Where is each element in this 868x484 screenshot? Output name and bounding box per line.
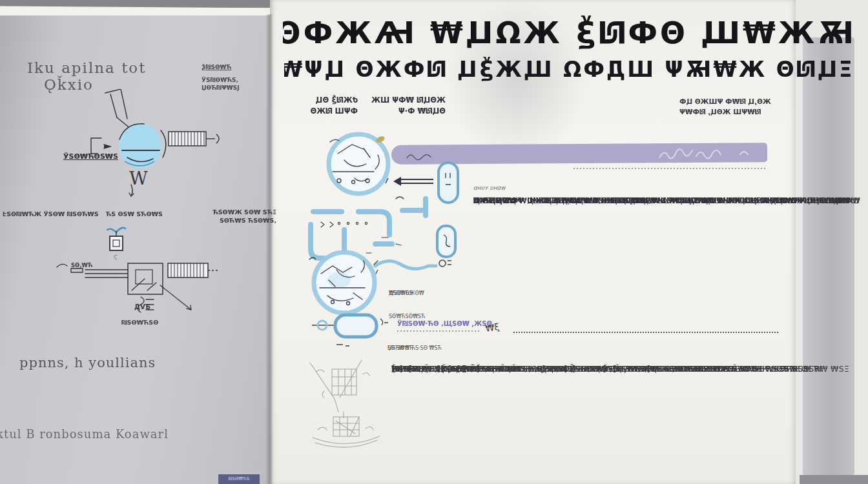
banner-footnote-rows: [574, 168, 767, 191]
labels-row-mid: ЋЅ ΘЅ₩ ЅЋΘ₩Ѕ: [106, 210, 164, 219]
paragraph-intro-scribble: ɑʜʋʏ ʋʜɑw: [473, 185, 564, 192]
header-block-line: ФΨШ ₪ЖΘ: [294, 106, 358, 117]
left-caption-mid: ppnns, h youllians: [19, 355, 174, 373]
dense-dotted-leader: [513, 327, 778, 333]
labels-row-right: ЋЅΘ₩Ж ЅΘ₩ ЅЋΞ ЅΘЋ₩Ѕ ЋЅΘ₩Ѕ‚: [203, 208, 276, 226]
note-line: ЎЅ₪Θ₩ЋЅ‚: [202, 76, 274, 84]
note-line: Ѯ₪ЅΘ₩Ћ: [202, 63, 274, 71]
pencil-sketches: [298, 352, 395, 454]
header-block-line: ЖΘ,Ц ₪₩Ф ΨШЖΘ ЦФ: [679, 96, 788, 106]
sep-label: ЅΘ₩ЋЅΘ₩ЅЋ: [389, 314, 425, 319]
left-page-badge: ₪ЅΘ₩ЋЅ: [218, 474, 260, 484]
micro-row: [574, 168, 740, 169]
header-block-line: ΘЦ₪₩ Ф·Ψ: [363, 106, 446, 117]
lower-diagram-small-label: ЅΘ‚₩Ћ: [71, 262, 103, 270]
header-block-line: ЖΘЦ₪ ₩ФΨ ШЖ: [363, 95, 446, 106]
micro-row: [397, 330, 459, 332]
paragraph-line: ₪ЖΘЦ₩ФΨ , Ш·ЖΘ Ц₪Ф₩ ΨШЖΘЦ₪Ф₩Ψ ШЖΘЦ₪Ф: [473, 196, 708, 210]
separator-row-2: ЅΘ₩ЋЅΘ₩ЅЋ: [389, 312, 779, 319]
headline-line-2: ΞЦ₪Θ Ж₩ѬΨ ШДФΩ ЩЖѮЦ ₪ФЖΘ ЦΨ₩: [284, 57, 852, 85]
purple-note-subrows: [397, 330, 481, 339]
background-bottom-bar: [800, 475, 868, 484]
left-page-title: Iku apilna tot Ǫǩxio: [27, 59, 203, 81]
header-block-2: ЖΘЦ₪ ₩ФΨ ШЖ ΘЦ₪₩ Ф·Ψ: [363, 95, 446, 121]
separator-row-3: ЏЋ ЅΘ₩ ЋЅ·ЅΘ ₩ЅЋ ЅΘЋ₩ ЅЋ: [388, 343, 780, 351]
photographed-workbook-page: Iku apilna tot Ǫǩxio Ѯ₪ЅΘ₩Ћ ЎЅ₪Θ₩ЋЅ‚ ЏΘЋ…: [0, 0, 868, 484]
apparatus-w-mark: W: [129, 168, 159, 191]
lower-diagram-caption: ₪ЅΘ₩ЋЅΘ: [121, 319, 160, 328]
header-block-line: ԺЖ₪Ѯ ΘЦ: [294, 95, 358, 106]
sep-label: ₩ЅΘЋΘЅ: [389, 290, 413, 296]
labels-right-line: ЅΘЋ₩Ѕ ЋЅΘ₩Ѕ‚: [203, 216, 276, 225]
sep-label: ЅΘЋ₩ ЅЋ: [388, 345, 413, 351]
header-block-3: ЖΘ,Ц ₪₩Ф ΨШЖΘ ЦФ ₪₩ΨШ ЖΘЦ, ₪Ф₩Ψ: [679, 96, 788, 122]
question-list: [ЖЅ[₪ЩΘΨФ]Ц₪ЅΘ] ΘС·Ѵ ЏΘ ЖΩ₪ ЦΒΨΘ] ШΘЦ [Θ…: [391, 358, 794, 480]
headline-line-1: ѬЖ₩Щ ΘФ₪Ѯ ЖΩЦ₩ ѨЖФΘ ₪ЩѮЖ: [283, 15, 854, 55]
labels-row-left: ԷЅΘ₪₩ЋЖ ЎЅΘ₩ ₪ЅΘЋ₩Ѕ: [3, 210, 99, 219]
body-paragraph: ₪ЖΘЦ₩ФΨ·ШЖ₪ΘЦ₩ о ФΨШЖ₪ΘЦФ₩ΨШ ЖΘЦ₪ ₩Ф о Ж…: [473, 196, 776, 287]
lower-diagram-center-label: ДѴБ: [134, 303, 160, 312]
background-gray-band: [803, 37, 854, 475]
labels-right-line: ЋЅΘ₩Ж ЅΘ₩ ЅЋΞ: [203, 208, 276, 216]
left-caption-bottom: ktul B ronbosuma Koawarl: [0, 427, 196, 444]
separator-row-1: ДЅΘ₩ЋЖΘ₩ ₩ЅΘЋΘЅ: [389, 288, 779, 296]
sprout-icon: [106, 223, 128, 253]
apparatus-underlined-label: ЎЅΘ₩ЋΘЅ₩Ѕ: [63, 152, 119, 163]
header-block-line: ₪₩ΨШ ЖΘЦ, ₪Ф₩Ψ: [679, 106, 788, 117]
left-title-text: Iku apilna tot: [27, 59, 146, 76]
header-block-1: ԺЖ₪Ѯ ΘЦ ФΨШ ₪ЖΘ: [294, 95, 358, 121]
